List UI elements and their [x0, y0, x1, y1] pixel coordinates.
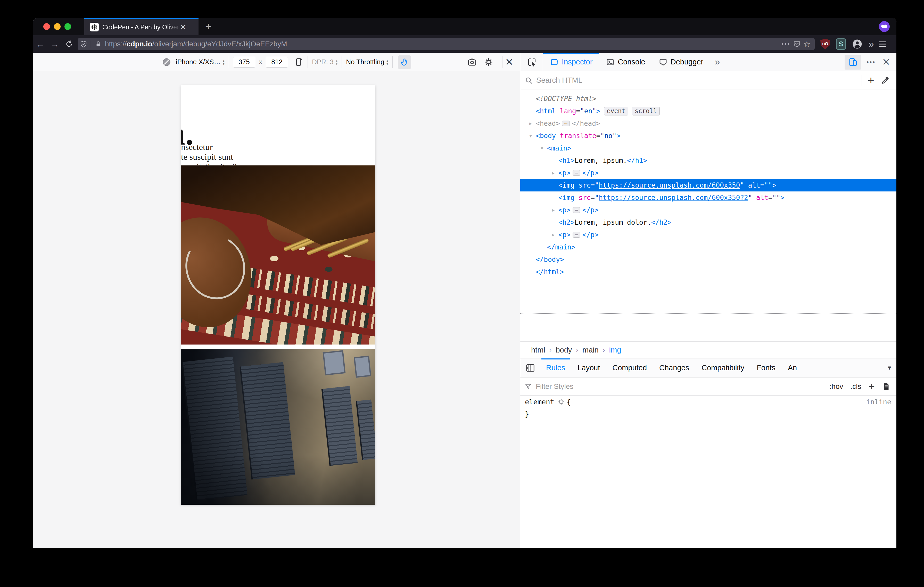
ublock-extension-icon[interactable]: uO	[820, 39, 830, 49]
expand-arrow-icon[interactable]: ▼	[537, 142, 547, 155]
syntax-str: "	[595, 191, 599, 204]
traffic-light-zoom[interactable]	[64, 23, 71, 30]
toolbar-overflow-icon[interactable]: »	[868, 38, 873, 50]
tab-inspector[interactable]: Inspector	[543, 53, 599, 71]
sidebar-tab-layout[interactable]: Layout	[571, 358, 606, 377]
page-actions-icon[interactable]: •••	[781, 41, 790, 48]
sidebar-tab-compatibility[interactable]: Compatibility	[695, 358, 751, 377]
tab-console[interactable]: Console	[599, 53, 652, 71]
device-selector-stepper-icon[interactable]: ▴▾	[223, 59, 224, 65]
bookmark-star-icon[interactable]: ☆	[803, 39, 810, 49]
expand-arrow-icon[interactable]: ▶	[548, 229, 558, 241]
markup-row[interactable]: <img src="https://source.unsplash.com/60…	[520, 191, 896, 204]
markup-row[interactable]: <html lang="en">eventscroll	[520, 105, 896, 117]
throttling-stepper-icon[interactable]: ▴▾	[386, 59, 389, 65]
pseudo-class-button[interactable]: :hov	[830, 382, 843, 391]
rule-selector[interactable]: element	[525, 398, 554, 406]
syntax-attr: src	[575, 179, 591, 191]
markup-row[interactable]: </html>	[520, 266, 896, 278]
close-rdm-icon[interactable]: ✕	[505, 56, 513, 68]
all-tabs-caret-icon[interactable]: ▼	[887, 365, 896, 371]
print-media-icon[interactable]	[882, 382, 891, 391]
viewport-width-input[interactable]: 375	[233, 57, 255, 67]
tab-close-icon[interactable]: ✕	[180, 23, 186, 31]
syntax-tag: <h2>	[558, 216, 575, 229]
class-toggle-button[interactable]: .cls	[850, 382, 861, 391]
event-badge[interactable]: event	[604, 107, 628, 115]
new-tab-button[interactable]: +	[205, 21, 212, 32]
breadcrumb-item-main[interactable]: main	[582, 346, 599, 354]
markup-row[interactable]: ▼<body translate="no">	[520, 130, 896, 142]
markup-row[interactable]: <h2>Lorem, ipsum dolor.</h2>	[520, 216, 896, 229]
forward-button-icon[interactable]: →	[48, 39, 62, 49]
markup-row[interactable]: ▶<head>⋯</head>	[520, 117, 896, 130]
device-selector[interactable]: iPhone X/XS…	[176, 58, 220, 66]
rule-origin-label: inline	[866, 398, 891, 406]
syntax-tag: <p>	[558, 229, 571, 241]
expand-arrow-icon[interactable]: ▶	[525, 117, 536, 130]
url-bar[interactable]: https://cdpn.io/oliverjam/debug/eYdJdvE/…	[78, 38, 815, 50]
devtools-close-icon[interactable]: ✕	[882, 56, 890, 68]
collapsed-dots-badge[interactable]: ⋯	[573, 207, 580, 213]
search-html-bar[interactable]: Search HTML +	[520, 71, 896, 89]
sidebar-toggle-icon[interactable]	[520, 363, 540, 373]
container-mask-icon[interactable]	[879, 21, 890, 32]
add-node-button[interactable]: +	[868, 75, 874, 86]
scroll-badge[interactable]: scroll	[632, 107, 660, 115]
hamburger-menu-icon[interactable]	[878, 40, 887, 48]
sidebar-tab-computed[interactable]: Computed	[606, 358, 653, 377]
collapsed-dots-badge[interactable]: ⋯	[573, 170, 580, 176]
markup-row[interactable]: <!DOCTYPE html>	[520, 92, 896, 105]
collapsed-dots-badge[interactable]: ⋯	[573, 232, 580, 238]
traffic-light-close[interactable]	[43, 23, 50, 30]
rdm-settings-gear-icon[interactable]	[483, 57, 493, 67]
eyedropper-icon[interactable]	[881, 76, 890, 85]
node-picker-icon[interactable]	[520, 53, 542, 71]
touch-simulation-button[interactable]	[398, 55, 411, 69]
ua-circle-icon[interactable]	[162, 58, 171, 67]
breadcrumb-item-img[interactable]: img	[609, 346, 621, 354]
markup-row[interactable]: ▶<p>⋯</p>	[520, 229, 896, 241]
devtools-menu-icon[interactable]: •••	[867, 59, 876, 66]
pocket-icon[interactable]	[793, 40, 801, 48]
viewport-height-input[interactable]: 812	[266, 57, 288, 67]
rdm-toggle-icon[interactable]	[845, 54, 861, 69]
filter-styles-bar[interactable]: Filter Styles :hov .cls +	[520, 378, 896, 396]
sidebar-tab-an[interactable]: An	[782, 358, 803, 377]
sidebar-tab-rules[interactable]: Rules	[540, 358, 571, 377]
markup-row-selected[interactable]: <img src="https://source.unsplash.com/60…	[520, 179, 896, 191]
account-profile-icon[interactable]	[852, 39, 863, 49]
markup-row[interactable]: ▼<main>	[520, 142, 896, 155]
sidebar-tab-changes[interactable]: Changes	[653, 358, 695, 377]
syntax-str: "	[748, 191, 752, 204]
expand-arrow-icon[interactable]: ▼	[525, 130, 536, 142]
breadcrumb-item-body[interactable]: body	[556, 346, 572, 354]
collapsed-dots-badge[interactable]: ⋯	[562, 121, 570, 126]
reload-button-icon[interactable]	[62, 40, 76, 48]
add-rule-button[interactable]: +	[868, 381, 875, 391]
rotate-viewport-icon[interactable]	[293, 57, 304, 67]
element-target-icon[interactable]	[558, 398, 565, 406]
syntax-eq: =	[596, 130, 601, 142]
markup-row[interactable]: ▶<p>⋯</p>	[520, 204, 896, 216]
syntax-eq: =	[768, 191, 772, 204]
syntax-tag: <body	[536, 130, 556, 142]
back-button-icon[interactable]: ←	[33, 39, 48, 49]
markup-row[interactable]: </main>	[520, 241, 896, 253]
more-tools-chevrons-icon[interactable]: »	[710, 57, 723, 67]
breadcrumb-item-html[interactable]: html	[531, 346, 545, 354]
traffic-light-minimize[interactable]	[54, 23, 61, 30]
tab-debugger[interactable]: Debugger	[652, 53, 710, 71]
expand-arrow-icon[interactable]: ▶	[548, 204, 558, 216]
screenshot-camera-icon[interactable]	[467, 57, 477, 67]
expand-arrow-icon[interactable]: ▶	[548, 167, 558, 179]
throttling-selector[interactable]: No Throttling	[346, 58, 384, 66]
markup-row[interactable]: <h1>Lorem, ipsum.</h1>	[520, 155, 896, 167]
lock-icon[interactable]	[94, 41, 103, 48]
markup-row[interactable]: </body>	[520, 253, 896, 266]
sidebar-tab-fonts[interactable]: Fonts	[751, 358, 782, 377]
browser-tab[interactable]: CodePen - A Pen by Oliver Phill ✕	[84, 18, 198, 35]
stylus-extension-icon[interactable]: S	[836, 38, 846, 50]
tracking-shield-icon[interactable]	[78, 40, 89, 48]
markup-row[interactable]: ▶<p>⋯</p>	[520, 167, 896, 179]
